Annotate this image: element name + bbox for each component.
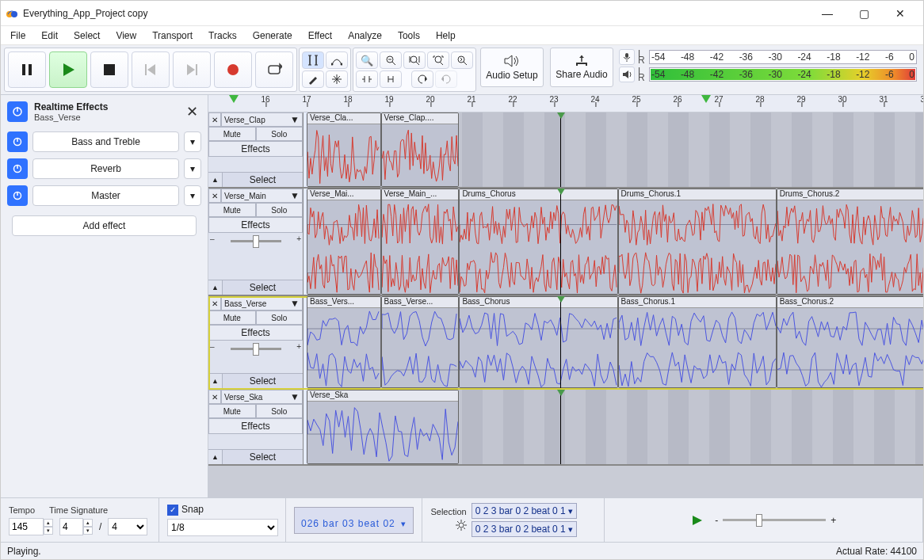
clip-label[interactable]: Bass_Verse...	[382, 297, 459, 308]
menu-view[interactable]: View	[108, 26, 144, 44]
track-close[interactable]: ✕	[208, 390, 221, 404]
track-mute[interactable]: Mute	[208, 404, 256, 418]
fx-power-2[interactable]	[7, 185, 28, 206]
zoom-fit-sel-button[interactable]	[403, 51, 426, 69]
track-mute[interactable]: Mute	[208, 310, 256, 325]
clip-label[interactable]: Verse_Clap....	[382, 113, 459, 124]
clip-label[interactable]: Bass_Chorus.1	[619, 297, 776, 308]
window-minimize-button[interactable]: ―	[809, 2, 846, 25]
draw-tool-button[interactable]	[302, 70, 324, 88]
track-gain-slider[interactable]: –+	[208, 341, 303, 356]
skip-start-button[interactable]	[132, 51, 170, 88]
record-button[interactable]	[214, 51, 252, 88]
menu-help[interactable]: Help	[428, 26, 464, 44]
undo-button[interactable]	[411, 70, 433, 88]
silence-button[interactable]	[380, 70, 402, 88]
selection-tool-button[interactable]	[302, 51, 324, 69]
playback-speed-slider[interactable]: - +	[715, 515, 836, 526]
fx-slot-menu-1[interactable]: ▾	[184, 158, 201, 179]
track-lane[interactable]: Bass_Vers...Bass_Verse...Bass_ChorusBass…	[318, 296, 923, 388]
track-name[interactable]: Bass_Verse ▼	[221, 296, 303, 310]
audio-setup-button[interactable]: Audio Setup	[480, 48, 544, 87]
track-select[interactable]: Select	[223, 374, 303, 388]
clip-label[interactable]: Drums_Chorus	[460, 189, 617, 200]
track-lane[interactable]: Verse_Cla...Verse_Clap....	[318, 112, 923, 187]
play-speaker-icon[interactable]	[619, 67, 635, 82]
track-effects[interactable]: Effects	[208, 141, 303, 157]
time-ruler[interactable]: 161718192021222324252627282930313233	[208, 95, 923, 112]
fx-slot-menu-2[interactable]: ▾	[184, 185, 201, 206]
tempo-up[interactable]: ▴	[44, 519, 53, 527]
record-meter[interactable]: -54-48-42-36-30-24-18-12-60	[649, 50, 917, 64]
clip-label[interactable]: Drums_Chorus.2	[777, 189, 923, 200]
clip[interactable]: Drums_Chorus.1	[618, 189, 777, 295]
ts-num-down[interactable]: ▾	[83, 527, 93, 535]
clip-label[interactable]: Drums_Chorus.1	[619, 189, 776, 200]
clip[interactable]: Bass_Verse...	[381, 296, 460, 388]
zoom-in-button[interactable]: 🔍	[356, 51, 378, 69]
clip[interactable]: Verse_Cla...	[307, 112, 381, 187]
track-mute[interactable]: Mute	[208, 203, 256, 217]
tempo-down[interactable]: ▾	[44, 527, 53, 535]
ts-num-up[interactable]: ▴	[83, 519, 93, 527]
redo-button[interactable]	[435, 70, 457, 88]
fx-power-1[interactable]	[7, 158, 28, 179]
snap-checkbox[interactable]: ✓	[167, 505, 178, 516]
track-lane[interactable]: Verse_Mai...Verse_Main_...Drums_ChorusDr…	[318, 189, 923, 295]
track-gain-slider[interactable]: –+	[208, 233, 303, 249]
tracks-scroll[interactable]: ✕Verse_Clap ▼ MuteSolo Effects▲Select00V…	[208, 112, 923, 497]
fx-slot-2[interactable]: Master	[32, 185, 179, 206]
clip-label[interactable]: Verse_Ska	[307, 390, 458, 402]
menu-tools[interactable]: Tools	[390, 26, 428, 44]
track-select[interactable]: Select	[223, 280, 303, 295]
track-select[interactable]: Select	[223, 450, 303, 464]
play-at-speed-button[interactable]	[691, 514, 704, 527]
share-audio-button[interactable]: Share Audio	[550, 48, 613, 87]
clip[interactable]: Drums_Chorus.2	[777, 189, 923, 295]
gear-icon[interactable]	[456, 520, 467, 531]
menu-edit[interactable]: Edit	[33, 26, 66, 44]
pause-button[interactable]	[8, 51, 46, 88]
clip-label[interactable]: Bass_Chorus.2	[777, 297, 923, 308]
track-collapse[interactable]: ▲	[208, 450, 223, 464]
clip[interactable]: Bass_Vers...	[307, 296, 381, 388]
fx-slot-menu-0[interactable]: ▾	[184, 131, 201, 152]
track-effects[interactable]: Effects	[208, 325, 303, 341]
clip-label[interactable]: Verse_Main_...	[382, 189, 459, 200]
menu-file[interactable]: File	[2, 26, 33, 44]
clip[interactable]: Bass_Chorus	[459, 296, 617, 388]
ts-den-select[interactable]: 4	[108, 518, 147, 535]
track-collapse[interactable]: ▲	[208, 280, 223, 295]
track-solo[interactable]: Solo	[256, 404, 304, 418]
track-close[interactable]: ✕	[208, 189, 221, 203]
clip[interactable]: Verse_Mai...	[307, 189, 381, 295]
zoom-toggle-button[interactable]	[451, 51, 473, 69]
clip[interactable]: Drums_Chorus	[459, 189, 617, 295]
track-name[interactable]: Verse_Clap ▼	[221, 112, 303, 127]
fx-slot-1[interactable]: Reverb	[32, 158, 179, 179]
clip[interactable]: Verse_Clap....	[381, 112, 460, 187]
clip-label[interactable]: Bass_Chorus	[460, 297, 617, 308]
menu-analyze[interactable]: Analyze	[340, 26, 390, 44]
clip-label[interactable]: Verse_Cla...	[307, 113, 380, 124]
tempo-input[interactable]	[9, 518, 44, 535]
multi-tool-button[interactable]	[326, 70, 348, 88]
track-solo[interactable]: Solo	[256, 127, 304, 141]
fx-slot-0[interactable]: Bass and Treble	[32, 131, 179, 152]
zoom-out-button[interactable]	[380, 51, 402, 69]
time-display[interactable]: 026 bar 03 beat 02 ▾	[294, 507, 414, 534]
track-solo[interactable]: Solo	[256, 310, 304, 325]
envelope-tool-button[interactable]	[326, 51, 348, 69]
play-button[interactable]	[49, 51, 87, 88]
menu-transport[interactable]: Transport	[144, 26, 200, 44]
selection-end[interactable]: 0 2 3 bar 0 2 beat 0 1 ▾	[472, 521, 577, 537]
loop-end-marker[interactable]	[701, 95, 711, 103]
track-mute[interactable]: Mute	[208, 127, 256, 141]
track-name[interactable]: Verse_Main ▼	[221, 189, 303, 203]
loop-button[interactable]	[255, 51, 293, 88]
track-effects[interactable]: Effects	[208, 217, 303, 233]
mic-icon[interactable]	[619, 49, 635, 65]
clip-label[interactable]: Bass_Vers...	[307, 297, 380, 308]
clip[interactable]: Verse_Main_...	[381, 189, 460, 295]
track-collapse[interactable]: ▲	[208, 173, 223, 187]
